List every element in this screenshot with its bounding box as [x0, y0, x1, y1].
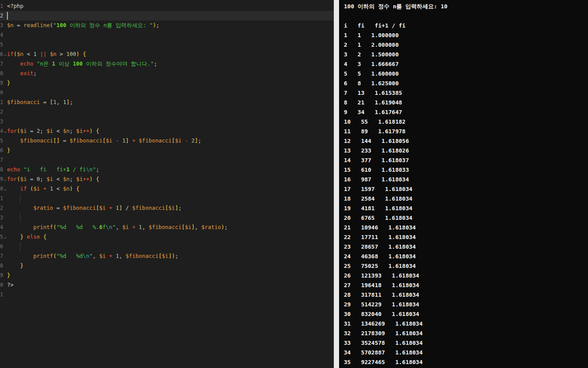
fold-chevron-icon[interactable]: ⌄ [4, 126, 7, 136]
line-number: 6 [0, 49, 4, 59]
code-line[interactable]: 4 printf("%d %d %.6f\n", $i + 1, $fibona… [0, 222, 334, 232]
console-line: 13 233 1.618026 [344, 146, 588, 156]
line-number: 5 [0, 40, 4, 49]
code-line[interactable]: 8 } [0, 261, 334, 271]
fold-spacer [4, 136, 7, 146]
line-number: 4 [0, 126, 4, 136]
fold-spacer [4, 146, 7, 155]
code-line[interactable]: 5⌄ } else { [0, 232, 334, 242]
code-line[interactable]: 3 [0, 213, 334, 222]
code-line[interactable]: 9⌄for($i = 0; $i < $n; $i++) { [0, 174, 334, 184]
code-line[interactable]: 2 [0, 11, 334, 21]
line-number: 4 [0, 222, 4, 232]
code-text: for($i = 2; $i < $n; $i++) { [7, 126, 99, 136]
console-line: 21 10946 1.618034 [344, 223, 588, 233]
console-line: 2 1 2.000000 [344, 40, 588, 50]
code-line[interactable]: 0⌄ if ($i + 1 < $n) { [0, 184, 334, 194]
code-line[interactable]: 8echo "i fi fi+1 / fi\n"; [0, 165, 334, 174]
console-line: 27 196418 1.618034 [344, 281, 588, 290]
code-line[interactable]: 2 [0, 107, 334, 117]
console-line: 35 9227465 1.618034 [344, 358, 588, 367]
console-line: 25 75025 1.618034 [344, 261, 588, 271]
fold-chevron-icon[interactable]: ⌄ [4, 232, 7, 242]
code-text: <?php [7, 1, 24, 11]
line-number: 2 [0, 11, 4, 21]
line-number: 0 [0, 88, 4, 97]
code-text: } [7, 261, 24, 271]
code-text: ?> [7, 280, 14, 290]
code-text: printf("%d %d\n", $i + 1, $fibonacci[$i]… [7, 251, 178, 261]
console-line: 12 144 1.618056 [344, 136, 588, 146]
fold-spacer [4, 11, 7, 21]
code-line[interactable]: 4⌄for($i = 2; $i < $n; $i++) { [0, 126, 334, 136]
code-line[interactable]: 1 [0, 194, 334, 203]
line-number: 5 [0, 232, 4, 242]
code-line[interactable]: 5 [0, 40, 334, 49]
code-line[interactable]: 1$fibonacci = [1, 1]; [0, 97, 334, 107]
console-line: 33 3524578 1.618034 [344, 338, 588, 348]
line-number: 1 [0, 1, 4, 11]
fold-spacer [4, 280, 7, 290]
code-text: printf("%d %d %.6f\n", $i + 1, $fibonacc… [7, 222, 228, 232]
code-line[interactable]: 8 exit; [0, 69, 334, 78]
console-line: 17 1597 1.618034 [344, 184, 588, 194]
code-line[interactable]: 6 [0, 242, 334, 251]
code-line[interactable]: 9} [0, 78, 334, 88]
console-line: 6 8 1.625000 [344, 79, 588, 88]
code-text: exit; [7, 69, 37, 78]
code-editor[interactable]: 1<?php23$n = readline("100 이하의 정수 n를 입력하… [0, 0, 334, 368]
line-number: 3 [0, 21, 4, 30]
code-line[interactable]: 7 [0, 155, 334, 165]
code-text: if ($i + 1 < $n) { [7, 184, 80, 194]
fold-spacer [4, 194, 7, 203]
line-number: 1 [0, 97, 4, 107]
code-text: } [7, 78, 10, 88]
console-line: 5 5 1.600000 [344, 69, 588, 79]
line-number: 0 [0, 184, 4, 194]
line-number: 9 [0, 271, 4, 280]
code-line[interactable]: 6⌄if($n < 1 || $n > 100) { [0, 49, 334, 59]
code-line[interactable]: 4 [0, 30, 334, 40]
console-line: 23 28657 1.618034 [344, 242, 588, 252]
code-line[interactable]: 9} [0, 271, 334, 280]
console-line: 7 13 1.615385 [344, 88, 588, 98]
console-line: 1 1 1.000000 [344, 31, 588, 40]
code-text: $fibonacci[] = $fibonacci[$i - 1] + $fib… [7, 136, 201, 146]
code-line[interactable]: 3$n = readline("100 이하의 정수 n를 입력하세요: "); [0, 21, 334, 30]
indent-guide [20, 194, 21, 203]
fold-spacer [4, 213, 7, 222]
code-line[interactable]: 7 echo "n은 1 이상 100 이하의 정수여야 합니다."; [0, 59, 334, 69]
line-number: 7 [0, 155, 4, 165]
code-line[interactable]: 5 $fibonacci[] = $fibonacci[$i - 1] + $f… [0, 136, 334, 146]
code-line[interactable]: 3 [0, 117, 334, 126]
console-line: 3 2 1.500000 [344, 50, 588, 59]
line-number: 3 [0, 117, 4, 126]
fold-chevron-icon[interactable]: ⌄ [4, 49, 7, 59]
fold-spacer [4, 40, 7, 49]
code-line[interactable]: 1 [0, 290, 334, 299]
line-number: 9 [0, 78, 4, 88]
line-number: 5 [0, 136, 4, 146]
console-line: 14 377 1.618037 [344, 156, 588, 165]
code-line[interactable]: 7 printf("%d %d\n", $i + 1, $fibonacci[$… [0, 251, 334, 261]
line-number: 9 [0, 174, 4, 184]
console-line: 32 2178309 1.618034 [344, 329, 588, 338]
fold-spacer [4, 203, 7, 213]
fold-spacer [4, 117, 7, 126]
code-line[interactable]: 0 [0, 88, 334, 97]
code-line[interactable]: 1<?php [0, 1, 334, 11]
console-line: 19 4181 1.618034 [344, 204, 588, 213]
code-line[interactable]: 2 $ratio = $fibonacci[$i + 1] / $fibonac… [0, 203, 334, 213]
text-cursor [7, 12, 8, 20]
console-line: 30 832040 1.618034 [344, 309, 588, 319]
terminal-window[interactable]: 100 이하의 정수 n를 입력하세요: 10i fi fi+1 / fi1 1… [339, 0, 588, 368]
code-text: echo "n은 1 이상 100 이하의 정수여야 합니다."; [7, 59, 157, 69]
code-line[interactable]: 6} [0, 146, 334, 155]
code-line[interactable]: 0?> [0, 280, 334, 290]
fold-spacer [4, 78, 7, 88]
console-line [344, 11, 588, 21]
fold-chevron-icon[interactable]: ⌄ [4, 184, 7, 194]
fold-chevron-icon[interactable]: ⌄ [4, 174, 7, 184]
line-number: 2 [0, 107, 4, 117]
code-text: for($i = 0; $i < $n; $i++) { [7, 174, 99, 184]
